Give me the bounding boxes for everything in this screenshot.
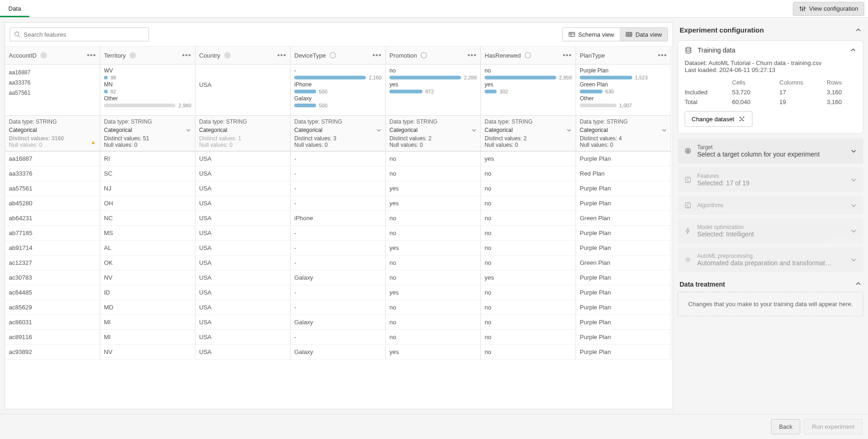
chevron-up-icon[interactable] [855, 27, 862, 33]
search-icon [14, 31, 21, 38]
feature-type-select[interactable]: Categorical [294, 127, 323, 133]
svg-rect-11 [685, 203, 690, 208]
data-cell: MS [100, 226, 195, 241]
data-treatment-title: Data treatment [680, 281, 725, 288]
data-cell: AL [100, 241, 195, 256]
column-header[interactable]: AccountID••• [5, 46, 100, 65]
tab-data[interactable]: Data [0, 0, 29, 17]
feature-type-select: Categorical [9, 127, 37, 133]
data-cell: NV [100, 270, 195, 285]
svg-point-6 [686, 47, 691, 49]
column-meta: Data type: STRINGCategoricalDistinct val… [195, 116, 291, 151]
chevron-up-icon[interactable] [855, 281, 862, 288]
feature-type-select[interactable]: Categorical [389, 127, 418, 133]
data-cell: no [481, 211, 576, 226]
data-cell: USA [195, 196, 291, 211]
column-name: Territory [104, 52, 126, 59]
distribution-cell: no2,858yes302 [481, 65, 576, 116]
target-section[interactable]: Target Select a target column for your e… [678, 138, 863, 164]
kebab-icon[interactable]: ••• [182, 51, 191, 59]
data-cell: NJ [100, 181, 195, 196]
data-cell: - [291, 256, 386, 270]
kebab-icon[interactable]: ••• [658, 51, 667, 59]
data-cell: USA [195, 226, 291, 241]
kebab-icon[interactable]: ••• [372, 51, 382, 59]
model-optimization-section[interactable]: Model optimization Selected: Intelligent [678, 218, 863, 243]
data-cell: OK [100, 256, 195, 270]
data-cell: ac30783 [5, 270, 100, 285]
status-ring-icon [421, 52, 427, 59]
data-cell: ac85629 [5, 300, 100, 315]
chevron-up-icon[interactable] [850, 47, 856, 53]
chevron-down-icon [850, 228, 857, 234]
column-header[interactable]: Country••• [195, 46, 291, 65]
feature-type-select[interactable]: Categorical [580, 127, 608, 133]
data-cell: ac89116 [5, 330, 100, 345]
chevron-down-icon[interactable] [661, 127, 667, 133]
kebab-icon[interactable]: ••• [277, 51, 286, 59]
data-cell: Galaxy [291, 315, 386, 330]
data-cell: RI [100, 151, 195, 166]
preprocessing-section[interactable]: AutoML preprocessing Automated data prep… [678, 247, 863, 272]
data-cell: MI [100, 330, 195, 345]
svg-point-9 [687, 151, 688, 151]
kebab-icon[interactable]: ••• [467, 51, 477, 59]
database-icon [685, 46, 692, 54]
data-cell: yes [386, 345, 481, 360]
data-cell: MI [100, 315, 195, 330]
column-header[interactable]: Promotion••• [386, 46, 481, 65]
data-cell: Red Plan [576, 166, 671, 181]
data-cell: USA [195, 285, 291, 300]
schema-view-button[interactable]: Schema view [563, 28, 620, 41]
data-cell: - [291, 285, 386, 300]
search-input-wrap[interactable] [10, 27, 149, 41]
schema-icon [568, 31, 576, 38]
back-button[interactable]: Back [771, 419, 800, 434]
algorithms-section[interactable]: Algorithms [678, 196, 863, 215]
column-meta: Data type: STRINGCategoricalDistinct val… [100, 116, 195, 151]
chevron-down-icon[interactable] [186, 127, 191, 133]
svg-rect-4 [569, 33, 574, 37]
feature-type-select[interactable]: Categorical [485, 127, 513, 133]
column-name: Promotion [389, 52, 417, 59]
gear-icon [684, 256, 692, 263]
data-cell: - [291, 151, 386, 166]
data-cell: yes [386, 196, 481, 211]
training-data-header[interactable]: Training data [678, 41, 863, 59]
search-input[interactable] [24, 31, 145, 38]
data-cell: ID [100, 285, 195, 300]
chevron-down-icon[interactable] [471, 127, 477, 133]
feature-type-select[interactable]: Categorical [104, 127, 132, 133]
data-cell: Green Plan [576, 211, 671, 226]
column-header[interactable]: DeviceType••• [291, 46, 386, 65]
change-dataset-button[interactable]: Change dataset [685, 111, 752, 127]
column-header[interactable]: Territory••• [100, 46, 195, 65]
kebab-icon[interactable]: ••• [563, 51, 572, 59]
run-experiment-button[interactable]: Run experiment [804, 419, 862, 434]
checklist-icon [684, 202, 692, 209]
column-meta: Data type: STRINGCategoricalDistinct val… [576, 116, 671, 151]
last-loaded: Last loaded: 2024-06-11 05:27:13 [685, 66, 856, 73]
data-cell: ab64231 [5, 211, 100, 226]
column-header[interactable]: HasRenewed••• [481, 46, 576, 65]
data-cell: iPhone [291, 211, 386, 226]
feature-type-select: Categorical [199, 127, 227, 133]
data-cell: no [386, 151, 481, 166]
column-header[interactable]: PlanType••• [576, 46, 671, 65]
distribution-cell: USA [195, 65, 291, 116]
chevron-down-icon[interactable] [376, 127, 382, 133]
kebab-icon[interactable]: ••• [87, 51, 96, 59]
data-cell: MD [100, 300, 195, 315]
data-cell: ac12327 [5, 256, 100, 270]
data-cell: USA [195, 315, 291, 330]
view-configuration-button[interactable]: View configuration [793, 2, 864, 16]
chevron-down-icon[interactable] [566, 127, 572, 133]
training-data-card: Training data Dataset: AutoML Tutorial -… [678, 40, 863, 134]
features-section[interactable]: Features Selected: 17 of 19 [678, 167, 863, 192]
column-name: HasRenewed [485, 52, 521, 59]
data-view-button[interactable]: Data view [620, 28, 667, 41]
data-cell: yes [481, 270, 576, 285]
data-cell: no [386, 330, 481, 345]
data-cell: OH [100, 196, 195, 211]
column-meta: Data type: STRINGCategoricalDistinct val… [386, 116, 481, 151]
